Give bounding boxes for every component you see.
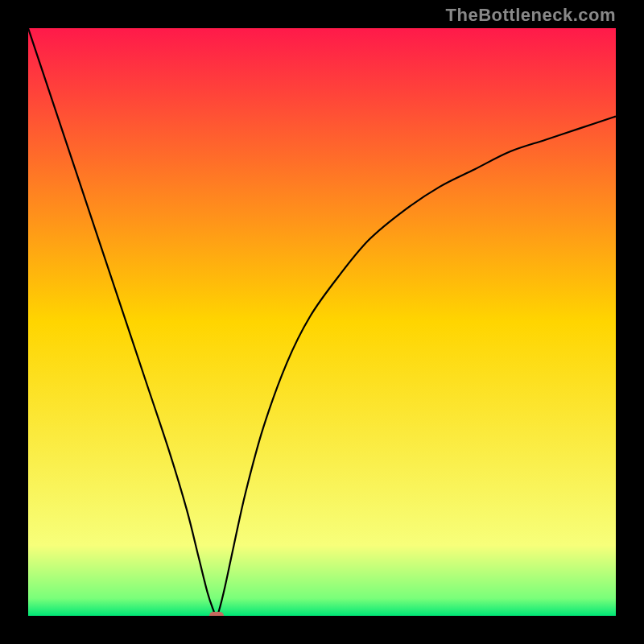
plot-area xyxy=(28,28,616,616)
chart-frame: TheBottleneck.com xyxy=(0,0,644,644)
watermark-text: TheBottleneck.com xyxy=(446,5,616,26)
chart-svg xyxy=(28,28,616,616)
optimal-point-marker xyxy=(209,612,224,616)
gradient-background xyxy=(28,28,616,616)
